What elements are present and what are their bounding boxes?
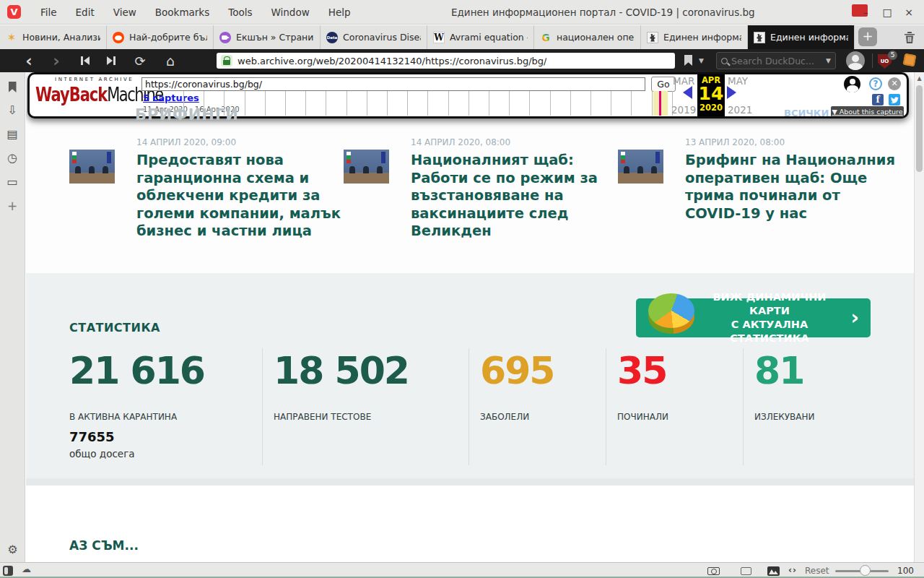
tab-reddit[interactable]: Най-добрите бълга (107, 25, 214, 49)
bg-crest-icon (754, 32, 765, 43)
menu-help[interactable]: Help (319, 0, 360, 25)
menu-edit[interactable]: Edit (66, 0, 104, 25)
about-this-capture-dropdown[interactable]: ▼ About this capture (831, 106, 904, 117)
article-title-link[interactable]: Националният щаб: Работи се по режим за … (411, 152, 622, 241)
article-title-link[interactable]: Предоставят нова гаранционна схема и обл… (136, 152, 347, 241)
article-thumbnail[interactable] (618, 150, 663, 184)
current-capture-date: APR 14 2020 (697, 74, 725, 116)
divider (606, 348, 606, 465)
tab-ekshan[interactable]: Екшън » Страница 2 (214, 25, 321, 49)
settings-gear-icon[interactable]: ⚙ (0, 543, 25, 556)
data-icon: Data (326, 32, 338, 43)
minimize-button[interactable]: – (855, 4, 876, 21)
address-bar: ‹ › ⟳ ⌂ web.archive.org/web/202004141321… (0, 49, 924, 72)
divider (743, 348, 744, 465)
bg-crest-icon (647, 32, 658, 43)
toggle-images-icon[interactable] (767, 566, 780, 576)
home-icon[interactable]: ⌂ (160, 49, 180, 72)
article-date: 14 АПРИЛ 2020, 09:00 (136, 137, 236, 147)
reload-icon[interactable]: ⟳ (130, 49, 150, 72)
downloads-panel-icon[interactable]: ⇩ (5, 103, 19, 118)
divider (468, 348, 469, 465)
tab-google-search[interactable]: G национален операт (534, 25, 641, 49)
panel-toggle-icon[interactable] (3, 566, 13, 576)
window-panel-icon[interactable]: ▭ (5, 175, 19, 189)
secure-lock-icon[interactable] (221, 55, 232, 66)
profile-avatar[interactable] (846, 51, 865, 70)
bookmarks-panel-icon[interactable] (9, 82, 17, 92)
article-title-link[interactable]: Брифинг на Националния оперативен щаб: О… (685, 152, 896, 223)
side-panel: ⇩ ▤ ◷ ▭ + ⚙ (0, 72, 25, 562)
menu-bar: V File Edit View Bookmarks Tools Window … (0, 0, 924, 25)
article-thumbnail[interactable] (69, 150, 115, 184)
article-thumbnail[interactable] (344, 150, 389, 184)
tab-edinen-portal[interactable]: Единен информаци (641, 25, 748, 49)
history-panel-icon[interactable]: ◷ (5, 151, 19, 165)
year-prev-label[interactable]: 2019 (671, 104, 696, 116)
scrollbar-thumb[interactable] (916, 85, 923, 172)
menu-bookmarks[interactable]: Bookmarks (146, 0, 219, 25)
page-actions-icon[interactable]: ‹› (788, 565, 797, 575)
next-capture-icon[interactable] (727, 86, 736, 99)
vivaldi-icon[interactable]: V (7, 5, 21, 19)
new-tab-button[interactable]: + (858, 27, 877, 46)
menu-view[interactable]: View (104, 0, 146, 25)
add-web-panel-icon[interactable]: + (5, 199, 19, 213)
month-next-label[interactable]: MAY (728, 75, 748, 87)
forward-icon[interactable]: › (46, 49, 66, 72)
rewind-icon[interactable] (75, 49, 95, 72)
tab-avrami[interactable]: W Avrami equation - Wi (427, 25, 534, 49)
wayback-close-icon[interactable]: ✕ (888, 77, 901, 90)
search-field[interactable]: ▼ (716, 52, 836, 69)
web-content: БРИФИНГИ ВСИЧКИ БРИ INTERNET ARCHIVE Way… (26, 72, 914, 562)
notes-panel-icon[interactable]: ▤ (5, 127, 19, 142)
previous-capture-icon[interactable] (683, 86, 692, 99)
search-engine-caret-icon[interactable]: ▼ (826, 57, 831, 64)
scroll-up-icon[interactable]: ▲ (915, 72, 924, 82)
tab-bar: ✶ Новини, Анализи, И Най-добрите бълга Е… (0, 25, 924, 49)
chevron-right-icon: › (850, 303, 859, 332)
bookmark-icon[interactable] (684, 55, 692, 66)
divider (872, 53, 873, 68)
twitter-share-icon[interactable] (889, 94, 900, 105)
sync-cloud-icon[interactable]: ☁ (22, 564, 31, 574)
month-prev-label[interactable]: MAR (673, 75, 694, 87)
timeline-capture-marker (659, 91, 661, 116)
archive-account-icon[interactable] (844, 76, 860, 92)
zoom-slider-handle[interactable] (860, 565, 871, 576)
stat-tests-value: 18 502 (274, 349, 409, 392)
article-date: 13 АПРИЛ 2020, 08:00 (685, 137, 785, 147)
browser-window: V File Edit View Bookmarks Tools Window … (0, 0, 924, 578)
capture-page-icon[interactable] (707, 567, 720, 575)
url-field[interactable]: web.archive.org/web/20200414132140/https… (217, 53, 675, 69)
tab-edinen-portal-active[interactable]: Единен информаци (748, 25, 855, 49)
zoom-reset-button[interactable]: Reset (805, 566, 829, 576)
page-scrollbar[interactable]: ▲ (914, 72, 924, 562)
year-next-label[interactable]: 2021 (728, 104, 752, 116)
wayback-url-input[interactable] (141, 77, 645, 91)
tiling-icon[interactable] (741, 567, 751, 575)
internet-archive-caption: INTERNET ARCHIVE (55, 77, 134, 82)
wayback-go-button[interactable]: Go (651, 77, 676, 92)
fast-forward-icon[interactable] (101, 49, 121, 72)
back-icon[interactable]: ‹ (19, 49, 39, 72)
iam-section: АЗ СЪМ... (26, 486, 914, 562)
day-label: 14 (697, 85, 725, 103)
maximize-button[interactable]: □ (876, 4, 898, 21)
menu-window[interactable]: Window (262, 0, 319, 25)
extension-icon[interactable] (903, 53, 917, 67)
close-button[interactable]: × (898, 4, 920, 21)
section-gap (26, 478, 914, 486)
menu-file[interactable]: File (31, 0, 66, 25)
menu-tools[interactable]: Tools (219, 0, 261, 25)
capture-timeline[interactable] (183, 91, 673, 116)
iam-heading: АЗ СЪМ... (69, 538, 139, 553)
closed-tabs-trash-icon[interactable] (904, 31, 915, 44)
tab-novini[interactable]: ✶ Новини, Анализи, И (0, 25, 107, 49)
search-input[interactable] (731, 56, 822, 66)
stat-quarantine-value: 21 616 (69, 349, 204, 392)
tab-coronavirus-disease[interactable]: Data Coronavirus Disease (321, 25, 427, 49)
help-icon[interactable]: ? (869, 77, 882, 90)
facebook-share-icon[interactable]: f (872, 94, 884, 105)
bookmark-dropdown-caret-icon[interactable]: ▼ (699, 57, 704, 64)
